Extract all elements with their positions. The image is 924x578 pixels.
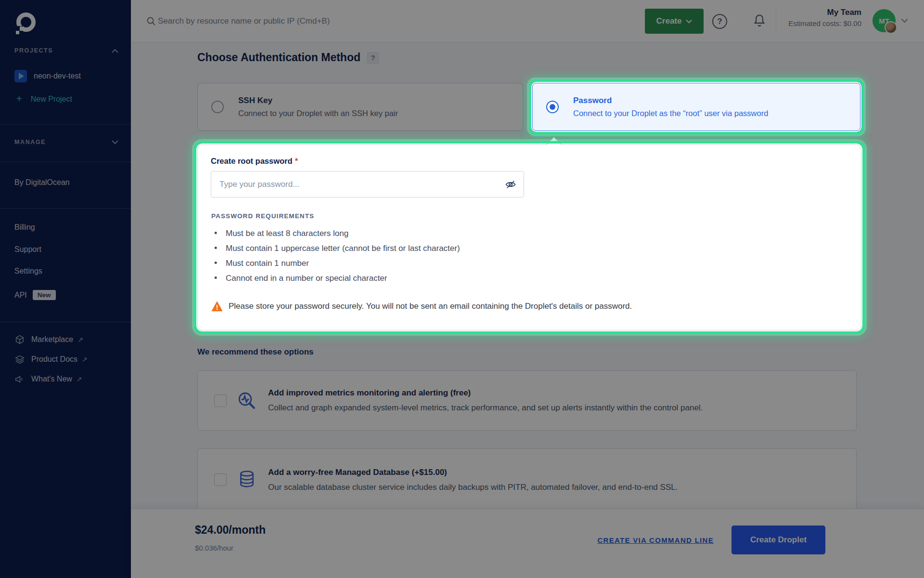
chevron-up-icon [112, 49, 118, 53]
topbar: Create ? My Team Estimated costs: $0.00 … [131, 0, 924, 42]
billing-label: Billing [14, 223, 35, 232]
marketplace-label: Marketplace [31, 335, 73, 344]
database-option-title: Add a worry-free Managed Database (+$15.… [268, 468, 678, 477]
megaphone-icon [14, 374, 25, 384]
api-new-badge: New [33, 290, 56, 300]
page-title: Choose Authentication Method ? [197, 51, 379, 64]
create-droplet-button[interactable]: Create Droplet [732, 525, 825, 554]
user-photo-avatar [885, 21, 897, 34]
password-panel: Create root password* PASSWORD REQUIREME… [197, 144, 861, 330]
team-name: My Team [788, 8, 861, 17]
main-content: Choose Authentication Method ? SSH Key C… [131, 42, 924, 578]
new-project-button[interactable]: + New Project [14, 93, 121, 105]
sidebar-item-settings[interactable]: Settings [14, 267, 121, 276]
search-input[interactable] [158, 12, 524, 31]
metrics-option-description: Collect and graph expanded system-level … [268, 403, 703, 413]
project-icon [14, 70, 27, 82]
password-warning: Please store your password securely. You… [211, 301, 632, 312]
sidebar-item-product-docs[interactable]: Product Docs ↗ [14, 354, 121, 365]
sidebar-divider [0, 208, 131, 209]
toggle-password-visibility-button[interactable] [504, 179, 517, 190]
page-title-text: Choose Authentication Method [197, 51, 360, 64]
auth-option-password[interactable]: Password Connect to your Droplet as the … [532, 83, 860, 131]
database-checkbox[interactable] [214, 473, 227, 486]
requirement-item: Must contain 1 number [212, 256, 460, 271]
manage-section-label: MANAGE [14, 139, 46, 145]
requirement-item: Must be at least 8 characters long [212, 226, 460, 241]
ssh-key-title: SSH Key [238, 96, 398, 105]
sidebar: PROJECTS neon-dev-test + New Project MAN… [0, 0, 131, 578]
topbar-divider [776, 11, 776, 32]
plus-icon: + [16, 93, 22, 105]
panel-notch [546, 137, 561, 152]
team-menu[interactable]: My Team Estimated costs: $0.00 [788, 8, 861, 27]
required-asterisk: * [295, 157, 298, 165]
settings-label: Settings [14, 267, 42, 276]
external-link-icon: ↗ [82, 355, 88, 363]
sidebar-item-project-neon-dev-test[interactable]: neon-dev-test [14, 70, 121, 82]
price-monthly: $24.00/month [195, 524, 266, 537]
sidebar-divider [0, 124, 131, 125]
whats-new-label: What's New [31, 375, 72, 383]
estimated-costs: Estimated costs: $0.00 [788, 19, 861, 27]
create-via-command-line-link[interactable]: CREATE VIA COMMAND LINE [597, 536, 714, 544]
cube-icon [14, 334, 25, 345]
password-description: Connect to your Droplet as the “root” us… [573, 109, 768, 118]
search-icon [146, 16, 156, 26]
external-link-icon: ↗ [77, 336, 83, 343]
auth-option-ssh-key[interactable]: SSH Key Connect to your Droplet with an … [197, 83, 523, 131]
database-icon [238, 469, 256, 490]
ssh-key-radio[interactable] [211, 101, 224, 113]
database-option-description: Our scalable database cluster service in… [268, 483, 678, 492]
project-name-label: neon-dev-test [34, 72, 81, 80]
eye-off-icon [504, 179, 517, 190]
chevron-down-icon [112, 140, 118, 144]
requirement-item: Must contain 1 uppercase letter (cannot … [212, 241, 460, 256]
price-hourly: $0.036/hour [195, 544, 233, 552]
notifications-bell-icon[interactable] [753, 13, 766, 30]
sidebar-item-marketplace[interactable]: Marketplace ↗ [14, 334, 121, 345]
projects-section-label: PROJECTS [14, 47, 53, 54]
password-warning-text: Please store your password securely. You… [229, 302, 632, 311]
option-card-managed-database[interactable]: Add a worry-free Managed Database (+$15.… [197, 448, 857, 511]
warning-icon [211, 301, 223, 312]
recommend-heading: We recommend these options [197, 347, 314, 357]
sidebar-section-projects[interactable]: PROJECTS [14, 47, 118, 54]
sidebar-divider [0, 322, 131, 322]
chevron-down-icon [686, 19, 692, 24]
metrics-option-title: Add improved metrics monitoring and aler… [268, 388, 703, 398]
sidebar-item-whats-new[interactable]: What's New ↗ [14, 374, 121, 384]
metrics-icon [237, 391, 257, 411]
password-requirements-list: Must be at least 8 characters long Must … [212, 226, 460, 286]
sidebar-item-by-digitalocean[interactable]: By DigitalOcean [14, 178, 121, 187]
layers-icon [14, 354, 25, 365]
metrics-checkbox[interactable] [214, 394, 227, 407]
heading-help-icon[interactable]: ? [367, 52, 379, 64]
sidebar-item-support[interactable]: Support [14, 245, 121, 254]
chevron-down-icon[interactable] [901, 18, 908, 23]
support-label: Support [14, 245, 41, 254]
create-root-password-label: Create root password* [211, 157, 298, 166]
api-label: API [14, 291, 27, 300]
sidebar-item-billing[interactable]: Billing [14, 223, 121, 232]
ssh-key-description: Connect to your Droplet with an SSH key … [238, 109, 398, 118]
by-digitalocean-label: By DigitalOcean [14, 178, 70, 187]
password-radio[interactable] [546, 101, 559, 113]
sidebar-item-api[interactable]: API New [14, 290, 121, 300]
help-icon[interactable]: ? [712, 14, 727, 29]
new-project-label: New Project [31, 95, 72, 104]
app-root: PROJECTS neon-dev-test + New Project MAN… [0, 0, 924, 578]
password-requirements-title: PASSWORD REQUIREMENTS [211, 212, 314, 220]
sidebar-section-manage[interactable]: MANAGE [14, 139, 118, 145]
product-docs-label: Product Docs [31, 355, 77, 364]
password-input[interactable] [211, 171, 524, 197]
requirement-item: Cannot end in a number or special charac… [212, 271, 460, 286]
digitalocean-logo-icon[interactable] [15, 12, 38, 35]
sidebar-divider [0, 162, 131, 162]
footer-bar: $24.00/month $0.036/hour CREATE VIA COMM… [131, 509, 924, 578]
option-card-metrics[interactable]: Add improved metrics monitoring and aler… [197, 370, 857, 431]
external-link-icon: ↗ [77, 375, 82, 383]
create-button[interactable]: Create [645, 9, 704, 34]
password-title: Password [573, 96, 768, 105]
create-button-label: Create [656, 16, 682, 26]
